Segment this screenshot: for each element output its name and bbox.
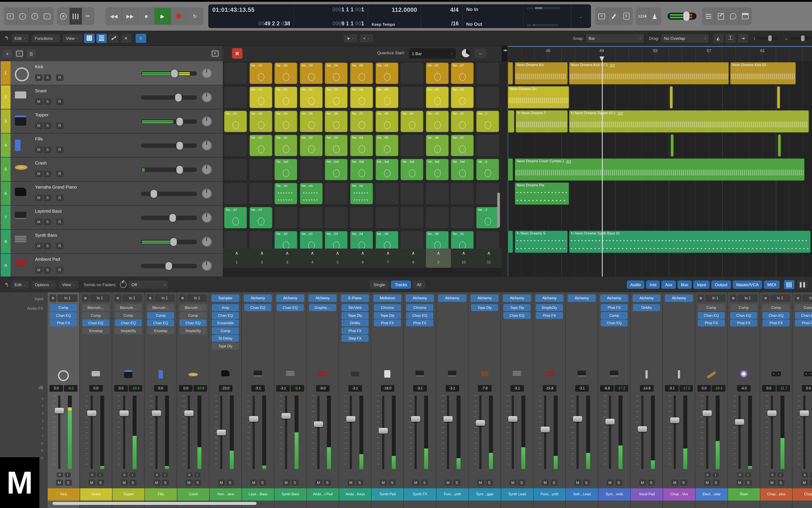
grid-cell[interactable]: Ne…04 [350, 135, 373, 156]
grid-cell[interactable]: Ne…02 [300, 231, 323, 249]
channel-solo-button[interactable]: S [97, 479, 104, 486]
grid-cell[interactable]: Ne…03 [325, 135, 348, 156]
volume-db-value[interactable]: -9.0 [316, 385, 329, 392]
mixer-channel-strip[interactable]: ⊕In 1Bitcrush…CompChan EQSmpleDly0.0-10.… [177, 292, 209, 508]
grid-cell[interactable]: Ne…01 [451, 231, 474, 249]
grid-cell[interactable]: Ne…02 [275, 135, 297, 156]
channel-input[interactable]: In 1 [738, 294, 758, 302]
grid-scrollbar[interactable] [497, 193, 500, 227]
volume-db-value[interactable]: -3.1 [413, 385, 427, 392]
channel-name[interactable]: Vocal Pad [631, 488, 663, 501]
channel-name[interactable]: Laye…Bass [242, 488, 274, 501]
mixer-view-all[interactable]: All [413, 281, 425, 289]
grid-cell[interactable]: Ne…10 [426, 111, 449, 132]
fx-slot[interactable]: Comp [795, 304, 812, 311]
mixer-menu-edit[interactable]: Edit⌄ [11, 281, 29, 289]
channel-solo-button[interactable]: S [65, 479, 72, 486]
instrument-plugin-slot[interactable]: Sampler [211, 294, 239, 302]
channel-fader-handle[interactable] [735, 419, 744, 425]
channel-solo-button[interactable]: S [453, 479, 460, 486]
grid-empty-slot[interactable] [426, 207, 449, 228]
fx-slot[interactable]: Phat FX [601, 304, 628, 311]
track-record-button[interactable]: R [56, 171, 64, 177]
channel-solo-button[interactable]: S [129, 479, 136, 486]
grid-cell[interactable]: Ne…02 [451, 135, 474, 156]
region[interactable]: ↻ Neon Dreams Topper 02.1↺↺ [569, 110, 809, 133]
lcd-mode-chevron[interactable]: ⌄ [571, 5, 591, 28]
grid-cell[interactable]: Ne…05 [375, 135, 398, 156]
volume-db-value[interactable]: -3.1 [510, 385, 524, 392]
grid-cell[interactable]: Ne…no [300, 183, 323, 204]
grid-empty-slot[interactable] [401, 231, 423, 249]
narrow-channel-view-button[interactable] [784, 280, 795, 289]
track-volume-slider[interactable] [141, 143, 197, 148]
track-mute-button[interactable]: M [35, 146, 42, 153]
grid-empty-slot[interactable] [224, 231, 247, 249]
smart-controls-button[interactable]: ✲ [57, 8, 70, 25]
input-monitor-button[interactable]: I [777, 473, 783, 477]
grid-cell[interactable]: Ne…bal [325, 159, 348, 180]
track-header-row[interactable]: 4FillsMSR [0, 133, 223, 158]
region[interactable]: Neon Dreams Pia [515, 182, 569, 205]
instrument-plugin-slot[interactable]: Alchemy [600, 294, 628, 302]
region[interactable] [508, 110, 514, 133]
volume-slider-handle[interactable] [170, 238, 177, 246]
menu-view[interactable]: View⌄ [63, 34, 82, 42]
channel-name[interactable]: Chop. [793, 488, 812, 501]
channel-fader-handle[interactable] [152, 411, 161, 416]
channel-name[interactable]: Synth Pad [372, 488, 404, 501]
grid-empty-slot[interactable] [350, 207, 373, 228]
count-in-button[interactable]: 1234 [637, 8, 649, 25]
fx-slot[interactable]: Amp [212, 304, 239, 311]
list-editors-button[interactable] [702, 8, 715, 25]
fx-slot[interactable]: Phat FX [406, 320, 433, 327]
fx-slot[interactable]: Tape Dly [212, 342, 239, 349]
mixer-scrollbar[interactable] [52, 502, 256, 505]
volume-slider-handle[interactable] [176, 166, 183, 174]
channel-mute-button[interactable]: M [250, 479, 257, 486]
mixer-channel-strip[interactable]: ⊕In 1CompChan EQPhat FX0.0RIMSChop. [793, 292, 812, 508]
volume-slider-handle[interactable] [176, 142, 183, 150]
grid-cell[interactable]: Ne…05 [350, 62, 373, 84]
channel-mute-button[interactable]: M [607, 479, 613, 486]
quantize-start-select[interactable]: 1 Bar↕ [409, 48, 456, 59]
duplicate-track-button[interactable]: + [15, 49, 24, 58]
instrument-plugin-slot[interactable]: Alchemy [438, 294, 466, 302]
scene-trigger[interactable]: ∧ [249, 249, 275, 257]
channel-name[interactable]: Chop…Vox [663, 488, 695, 501]
channel-mute-button[interactable]: M [56, 479, 63, 486]
flex-button[interactable]: ✕ [121, 34, 131, 43]
fx-slot[interactable]: Phat FX [730, 320, 757, 327]
scene-trigger[interactable]: ∧ [350, 249, 375, 257]
fx-slot[interactable]: Ensemble [212, 320, 239, 327]
fx-slot[interactable]: Chan EQ [244, 304, 272, 311]
fx-slot[interactable]: Phat FX [50, 320, 77, 327]
volume-db-value[interactable]: -3.1 [251, 385, 265, 392]
channel-fader-handle[interactable] [605, 419, 615, 424]
grid-empty-slot[interactable] [249, 159, 272, 180]
inspector-button[interactable]: i [16, 8, 29, 25]
track-mute-button[interactable]: M [35, 74, 42, 81]
expand-grid-button[interactable]: ↔ [475, 49, 486, 58]
input-monitor-button[interactable]: I [810, 473, 812, 477]
channel-fader-handle[interactable] [281, 413, 291, 419]
input-monitor-button[interactable]: I [65, 473, 71, 477]
fx-slot[interactable]: Step FX [341, 335, 369, 342]
record-button[interactable] [171, 8, 187, 25]
pencil-tool-button[interactable] [608, 8, 620, 25]
grid-cell[interactable]: Ne…01 [300, 87, 323, 108]
region[interactable] [777, 86, 780, 109]
fx-slot[interactable]: Phat FX [698, 320, 725, 327]
grid-cell[interactable]: Ne…bal [451, 159, 474, 180]
channel-fader-handle[interactable] [346, 416, 356, 422]
channel-input[interactable]: In 1 [122, 294, 142, 302]
channel-solo-button[interactable]: S [227, 479, 234, 486]
mixer-channel-strip[interactable]: AlchemySmpleDlyPhat FX-15.8MSPunc…ynth [534, 292, 566, 508]
region[interactable]: ↻ Neon Dreams T [516, 110, 568, 133]
fx-slot[interactable]: Comp [147, 312, 174, 319]
track-record-button[interactable]: R [56, 243, 64, 249]
left-click-tool-menu[interactable]: ➤⌄ [343, 34, 357, 42]
channel-solo-button[interactable]: S [745, 479, 752, 486]
channel-mute-button[interactable]: M [768, 479, 775, 486]
instrument-plugin-slot[interactable]: Alchemy [406, 294, 434, 302]
